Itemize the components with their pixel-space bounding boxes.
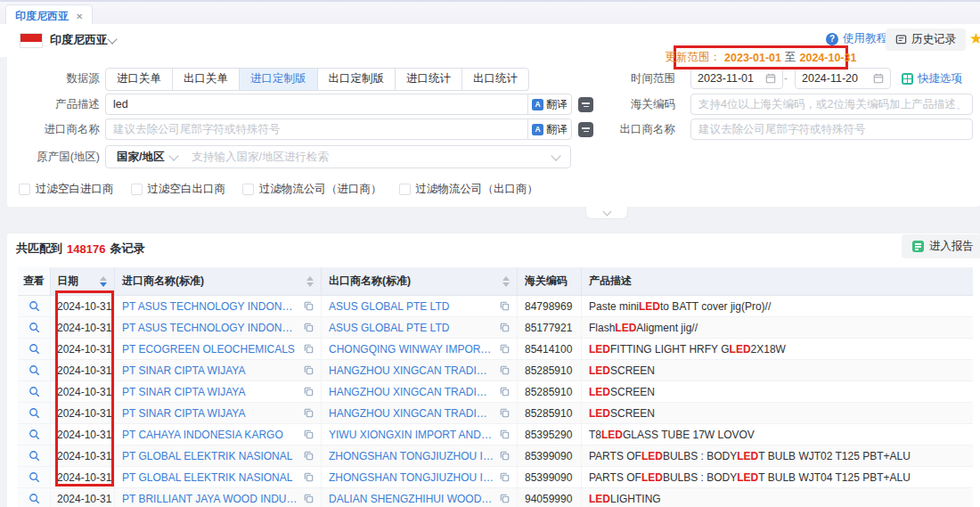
exporter-link[interactable]: ASUS GLOBAL PTE LTD bbox=[329, 300, 494, 313]
copy-button[interactable] bbox=[500, 365, 510, 375]
copy-button[interactable] bbox=[500, 323, 510, 332]
sort-desc-icon[interactable] bbox=[100, 282, 107, 287]
sort-asc-icon[interactable] bbox=[502, 276, 510, 281]
copy-icon[interactable] bbox=[500, 451, 510, 461]
copy-icon[interactable] bbox=[500, 323, 510, 332]
sort-desc-icon[interactable] bbox=[502, 282, 510, 287]
checkbox-icon[interactable] bbox=[242, 184, 254, 195]
search-icon[interactable] bbox=[29, 386, 40, 397]
date-from-input[interactable]: 2023-11-01 bbox=[690, 68, 783, 89]
exporter-link[interactable]: HANGZHOU XINGCAN TRADING CO LTD bbox=[329, 407, 494, 420]
view-record-button[interactable] bbox=[18, 360, 51, 381]
tutorial-link[interactable]: ? 使用教程 bbox=[826, 31, 887, 46]
importer-link[interactable]: PT BRILLIANT JAYA WOOD INDUSTRY bbox=[122, 493, 298, 505]
datasource-tab[interactable]: 进口定制版 bbox=[239, 69, 317, 90]
importer-link[interactable]: PT SINAR CIPTA WIJAYA bbox=[122, 386, 298, 398]
copy-button[interactable] bbox=[500, 472, 510, 482]
checkbox-icon[interactable] bbox=[399, 184, 411, 195]
copy-icon[interactable] bbox=[304, 408, 314, 418]
translate-button[interactable]: A 翻译 bbox=[527, 94, 572, 115]
datasource-tab[interactable]: 出口统计 bbox=[461, 69, 528, 90]
datasource-tab[interactable]: 出口关单 bbox=[172, 69, 239, 90]
copy-button[interactable] bbox=[500, 451, 510, 461]
copy-icon[interactable] bbox=[500, 429, 510, 439]
importer-link[interactable]: PT SINAR CIPTA WIJAYA bbox=[122, 364, 298, 377]
copy-button[interactable] bbox=[500, 494, 510, 503]
tab-close-icon[interactable]: ✕ bbox=[76, 12, 83, 21]
exporter-link[interactable]: HANGZHOU XINGCAN TRADING CO LTD bbox=[329, 386, 494, 398]
copy-icon[interactable] bbox=[500, 472, 510, 482]
sort-asc-icon[interactable] bbox=[306, 276, 314, 281]
search-icon[interactable] bbox=[29, 450, 40, 462]
importer-link[interactable]: PT ECOGREEN OLEOCHEMICALS bbox=[122, 343, 298, 356]
copy-button[interactable] bbox=[304, 494, 314, 503]
sort-asc-icon[interactable] bbox=[100, 276, 107, 281]
copy-icon[interactable] bbox=[500, 344, 510, 354]
exporter-link[interactable]: CHONGQING WINWAY IMPORT AND E... bbox=[329, 343, 494, 356]
copy-button[interactable] bbox=[500, 387, 510, 397]
hs-code-input[interactable] bbox=[690, 94, 973, 115]
view-record-button[interactable] bbox=[18, 403, 51, 424]
filter-checkbox[interactable]: 过滤物流公司（进口商） bbox=[242, 182, 382, 197]
copy-button[interactable] bbox=[304, 429, 314, 439]
copy-icon[interactable] bbox=[304, 323, 314, 332]
exporter-input[interactable] bbox=[690, 119, 973, 140]
copy-button[interactable] bbox=[500, 344, 510, 354]
vip-star-icon[interactable]: ★ bbox=[969, 29, 980, 48]
search-icon[interactable] bbox=[29, 429, 40, 440]
exporter-link[interactable]: ZHONGSHAN TONGJIUZHOU INTERNA... bbox=[329, 471, 494, 484]
search-icon[interactable] bbox=[29, 343, 40, 355]
datasource-tab[interactable]: 进口统计 bbox=[395, 69, 461, 90]
copy-button[interactable] bbox=[500, 408, 510, 418]
chevron-down-icon[interactable] bbox=[107, 34, 117, 44]
copy-icon[interactable] bbox=[304, 301, 314, 311]
importer-link[interactable]: PT ASUS TECHNOLOGY INDONESIA BA... bbox=[122, 322, 298, 334]
view-record-button[interactable] bbox=[18, 381, 51, 403]
filter-checkbox[interactable]: 过滤物流公司（出口商） bbox=[399, 182, 539, 197]
column-header[interactable]: 日期 bbox=[51, 267, 115, 296]
search-icon[interactable] bbox=[29, 300, 40, 312]
origin-select[interactable]: 国家/地区 支持输入国家/地区进行检索 bbox=[105, 145, 571, 168]
checkbox-icon[interactable] bbox=[131, 184, 143, 195]
exporter-link[interactable]: YIWU XIONGXIN IMPORT AND EXPORT... bbox=[329, 429, 494, 441]
view-record-button[interactable] bbox=[18, 467, 51, 488]
datasource-tab[interactable]: 出口定制版 bbox=[317, 69, 396, 90]
copy-button[interactable] bbox=[304, 344, 314, 354]
copy-icon[interactable] bbox=[500, 494, 510, 503]
copy-icon[interactable] bbox=[304, 344, 314, 354]
copy-button[interactable] bbox=[304, 323, 314, 332]
copy-icon[interactable] bbox=[304, 429, 314, 439]
translate-button[interactable]: A 翻译 bbox=[527, 119, 572, 140]
view-record-button[interactable] bbox=[18, 317, 51, 339]
exporter-link[interactable]: ZHONGSHAN TONGJIUZHOU INTERNA... bbox=[329, 450, 494, 462]
view-record-button[interactable] bbox=[18, 446, 51, 467]
filter-checkbox[interactable]: 过滤空白出口商 bbox=[131, 182, 226, 197]
copy-button[interactable] bbox=[304, 408, 314, 418]
view-record-button[interactable] bbox=[18, 339, 51, 360]
copy-button[interactable] bbox=[304, 472, 314, 482]
quick-options-link[interactable]: 快捷选项 bbox=[902, 68, 962, 89]
sort-control[interactable] bbox=[306, 276, 314, 287]
copy-button[interactable] bbox=[304, 301, 314, 311]
enter-report-button[interactable]: 进入报告 bbox=[902, 234, 980, 258]
search-icon[interactable] bbox=[29, 493, 40, 504]
search-icon[interactable] bbox=[29, 364, 40, 376]
sort-desc-icon[interactable] bbox=[306, 282, 314, 287]
copy-icon[interactable] bbox=[500, 387, 510, 397]
search-icon[interactable] bbox=[29, 471, 40, 483]
copy-button[interactable] bbox=[304, 451, 314, 461]
country-selector-label[interactable]: 印度尼西亚 bbox=[50, 32, 108, 48]
filter-checkbox[interactable]: 过滤空白进口商 bbox=[19, 182, 114, 197]
copy-button[interactable] bbox=[304, 387, 314, 397]
copy-icon[interactable] bbox=[500, 365, 510, 375]
sort-control[interactable] bbox=[100, 276, 107, 287]
importer-input[interactable] bbox=[105, 119, 527, 140]
importer-link[interactable]: PT ASUS TECHNOLOGY INDONESIA BA... bbox=[122, 300, 298, 313]
column-header[interactable]: 进口商名称(标准) bbox=[115, 267, 322, 296]
copy-icon[interactable] bbox=[500, 408, 510, 418]
column-header[interactable]: 出口商名称(标准) bbox=[322, 267, 518, 296]
copy-icon[interactable] bbox=[304, 494, 314, 503]
search-icon[interactable] bbox=[29, 322, 40, 333]
sort-control[interactable] bbox=[502, 276, 510, 287]
view-record-button[interactable] bbox=[18, 296, 51, 317]
